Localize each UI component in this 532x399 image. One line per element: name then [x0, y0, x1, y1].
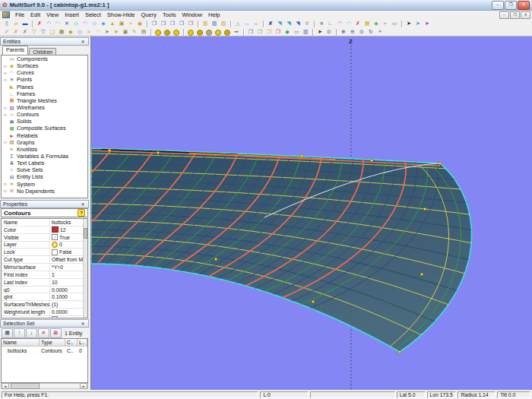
edit-pointer-icon[interactable]: ➤: [423, 20, 432, 27]
tree-item-planes[interactable]: ◣Planes: [2, 84, 87, 90]
help-icon[interactable]: ?: [78, 209, 85, 217]
trimesh-icon[interactable]: ▲: [108, 20, 117, 27]
remove-entity-icon[interactable]: ✕: [38, 328, 49, 338]
minimize-button[interactable]: –: [492, 1, 504, 10]
property-value[interactable]: ✓True: [50, 234, 87, 241]
hide-points-icon[interactable]: ✗: [11, 28, 21, 36]
open-file-icon[interactable]: ▱: [11, 20, 21, 27]
snake-icon[interactable]: ◠: [53, 20, 62, 27]
locate-icon[interactable]: ⊙: [325, 28, 334, 36]
show-ghost-icon[interactable]: ◇: [75, 28, 84, 36]
expand-icon[interactable]: ▷: [3, 71, 8, 75]
scroll-right-icon[interactable]: ▸: [80, 383, 87, 389]
entity-icon[interactable]: ◉: [135, 20, 144, 27]
tree-item-frames[interactable]: ∟Frames: [2, 90, 87, 97]
select-children-icon[interactable]: ◥: [284, 20, 293, 27]
column-header-name[interactable]: Name: [2, 339, 40, 347]
menu-file[interactable]: File: [12, 11, 27, 18]
show-surfaces-icon[interactable]: ◆: [66, 28, 75, 36]
view-render-icon[interactable]: ❐: [186, 20, 195, 27]
expand-icon[interactable]: ▷: [3, 188, 8, 193]
edit-curve-icon[interactable]: ◠: [335, 20, 344, 27]
tree-item-components[interactable]: ▭Components: [2, 55, 87, 62]
property-value[interactable]: 0.0000: [50, 287, 87, 293]
tree-item-triangle-meshes[interactable]: ▦Triangle Meshes: [2, 97, 87, 104]
show-labels-icon[interactable]: ❑: [48, 28, 57, 36]
tree-item-system[interactable]: ▷∗System: [2, 181, 87, 188]
control-point-marker[interactable]: [109, 150, 111, 152]
contour-cmd-icon[interactable]: ≈: [126, 20, 135, 27]
column-header-l[interactable]: L..: [78, 339, 87, 347]
clear-set-icon[interactable]: ⊠: [50, 328, 62, 338]
checkbox-unchecked-icon[interactable]: [52, 249, 58, 255]
hide-curves-icon[interactable]: ✗: [21, 28, 30, 36]
subdivision-icon[interactable]: ▥: [210, 20, 219, 27]
note-icon[interactable]: ▭: [292, 28, 301, 36]
rotate-view-icon[interactable]: ↻: [366, 28, 375, 36]
property-value[interactable]: 0.0000: [50, 309, 87, 315]
show-quad-icon[interactable]: ▽: [39, 28, 48, 36]
tab-children[interactable]: Children: [29, 48, 56, 55]
tree-item-wireframes[interactable]: ▷▨Wireframes: [2, 104, 87, 111]
move-up-icon[interactable]: ↑: [14, 328, 25, 338]
view-multi-icon[interactable]: ❐: [168, 20, 177, 27]
show-grid-icon[interactable]: ▣: [121, 28, 130, 36]
column-header-type[interactable]: Type: [40, 339, 65, 347]
close-icon[interactable]: ✕: [80, 201, 86, 207]
checkbox-checked-icon[interactable]: ✓: [52, 234, 58, 240]
stretch-y-icon[interactable]: ↔: [252, 20, 261, 27]
expand-icon[interactable]: ▷: [3, 140, 8, 144]
tree-item-surfaces[interactable]: ▷◆Surfaces: [2, 62, 87, 69]
divisions-icon[interactable]: ▥: [201, 20, 210, 27]
show-normals-icon[interactable]: ➤: [103, 28, 112, 36]
control-point-marker[interactable]: [424, 208, 426, 211]
tree-item-graphs[interactable]: ▷▧Graphs: [2, 139, 87, 146]
control-point-marker[interactable]: [439, 163, 442, 165]
show-tri-icon[interactable]: ▽: [30, 28, 39, 36]
layer-pick-icon[interactable]: [172, 28, 181, 36]
tree-item-knotlists[interactable]: ≡Knotlists: [2, 146, 87, 153]
patch-icon[interactable]: ◈: [99, 20, 108, 27]
selection-row[interactable]: buttocksContoursC..0: [2, 347, 87, 354]
horizontal-scrollbar[interactable]: ◂ ▸: [1, 383, 88, 389]
property-value[interactable]: 12: [50, 226, 87, 233]
layer-move-icon[interactable]: [214, 28, 223, 36]
tree-item-relabels[interactable]: ►Relabels: [2, 132, 87, 139]
paste-window-icon[interactable]: ❐: [255, 28, 264, 36]
child-restore-button[interactable]: ❐: [510, 11, 520, 19]
3d-viewport[interactable]: Z: [90, 36, 532, 390]
curve-icon[interactable]: ◠: [44, 20, 53, 27]
show-mesh-icon[interactable]: ▦: [57, 28, 66, 36]
scrollbar-thumb[interactable]: [84, 228, 87, 239]
move-down-icon[interactable]: ↓: [26, 328, 37, 338]
property-value[interactable]: 0: [50, 242, 87, 249]
tree-item-variables-formulas[interactable]: ΣVariables & Formulas: [2, 153, 87, 160]
expand-icon[interactable]: ▷: [3, 78, 8, 82]
child-minimize-button[interactable]: –: [499, 11, 509, 19]
clear-selection-icon[interactable]: ✘: [266, 20, 275, 27]
error-check-icon[interactable]: ✗: [353, 20, 363, 27]
layer-next-icon[interactable]: ➡: [232, 28, 241, 36]
menu-select[interactable]: Select: [82, 11, 104, 18]
split-icon[interactable]: ▥: [301, 28, 310, 36]
control-point-marker[interactable]: [421, 274, 423, 276]
green-patch-icon[interactable]: ◈: [372, 20, 381, 27]
menu-window[interactable]: Window: [179, 11, 205, 18]
scrollbar-thumb[interactable]: [11, 383, 40, 389]
menu-view[interactable]: View: [43, 11, 62, 18]
control-point-marker[interactable]: [215, 258, 217, 261]
show-contours-icon[interactable]: ≈: [84, 28, 93, 36]
column-header-c[interactable]: C..: [65, 339, 78, 347]
table-icon[interactable]: ▦: [363, 20, 372, 27]
selection-list-icon[interactable]: ▦: [2, 328, 13, 338]
edit-arc-icon[interactable]: ◠: [344, 20, 353, 27]
control-point-marker[interactable]: [301, 155, 303, 157]
zoom-window-icon[interactable]: ⊙: [357, 28, 366, 36]
view-shaded-icon[interactable]: ❐: [159, 20, 168, 27]
property-value[interactable]: 10: [50, 279, 87, 286]
stretch-x-icon[interactable]: ↔: [242, 20, 252, 27]
child-close-button[interactable]: ✕: [521, 11, 530, 19]
property-value[interactable]: False: [50, 316, 87, 318]
pick-pointer-icon[interactable]: ➤: [315, 28, 325, 36]
edge-curve-icon[interactable]: ◠: [81, 20, 90, 27]
